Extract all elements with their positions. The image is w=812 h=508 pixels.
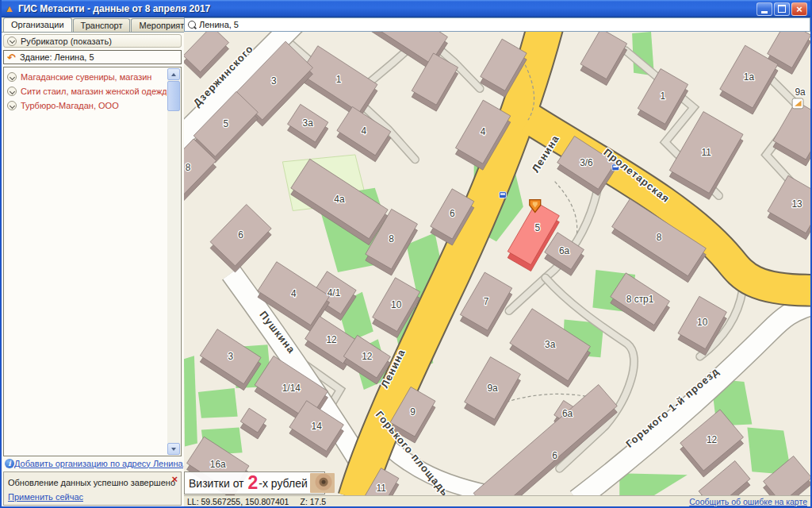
- building-number-label: 3a: [303, 117, 314, 129]
- chevron-down-icon: [7, 37, 17, 46]
- building-number-label: 13: [791, 198, 802, 210]
- map-green-area: [198, 388, 238, 418]
- chevron-down-icon: [7, 72, 17, 82]
- scrollbar[interactable]: [167, 68, 180, 455]
- building-number-label: 16a: [210, 459, 226, 470]
- building-number-label: 3/6: [580, 157, 593, 168]
- chevron-down-icon: [7, 101, 17, 110]
- building-number-label: 4: [481, 126, 486, 137]
- building-label: Здание: Ленина, 5: [20, 52, 94, 62]
- org-list-item[interactable]: Магаданские сувениры, магазин: [7, 70, 167, 84]
- ad-photo: [310, 473, 335, 493]
- building-number-label: 1a: [744, 71, 755, 83]
- building-number-label: 9a: [487, 383, 498, 394]
- close-button[interactable]: ×: [791, 2, 807, 16]
- info-icon: i: [5, 459, 14, 468]
- ad-text-suffix: -х рублей: [259, 477, 308, 490]
- building-number-label: 3a: [545, 339, 556, 350]
- building-number-label: 6: [552, 450, 557, 461]
- notification-message: Обновление данных успешно завершено: [8, 478, 175, 487]
- building-number-label: 1: [336, 74, 342, 85]
- ad-banner[interactable]: Визитки от 2 -х рублей: [184, 471, 325, 495]
- building-number-label: 5: [534, 222, 540, 233]
- building-number-label: 6: [238, 229, 243, 241]
- building-number-label: 12: [326, 334, 337, 345]
- org-name: Сити стаил, магазин женской одежды: [21, 87, 167, 96]
- building-number-label: 8: [657, 232, 662, 243]
- building-number-label: 12: [362, 351, 373, 362]
- building-number-label: 9: [410, 406, 416, 418]
- org-name: Магаданские сувениры, магазин: [21, 72, 151, 82]
- org-name: Турбюро-Магадан, ООО: [21, 101, 119, 110]
- scroll-down-arrow[interactable]: [167, 443, 180, 455]
- notification-close-icon[interactable]: ×: [171, 473, 178, 486]
- map[interactable]: 21a1313a544113/684a13656886a4/148 стр171…: [184, 32, 810, 495]
- org-list-item[interactable]: Сити стаил, магазин женской одежды: [7, 84, 167, 98]
- app-window: ▲ ГИС Метасити - данные от 8 апреля 2017…: [0, 0, 812, 508]
- ad-text-prefix: Визитки от: [189, 477, 247, 490]
- scroll-thumb[interactable]: [167, 81, 180, 111]
- search-input[interactable]: [199, 20, 806, 29]
- building-number-label: 14: [312, 421, 323, 432]
- building-number-label: 10: [697, 317, 708, 328]
- building-number-label: 1/14: [282, 383, 301, 394]
- org-list-item[interactable]: Турбюро-Магадан, ООО: [7, 98, 167, 113]
- report-error-link[interactable]: Сообщить об ошибке на карте: [689, 497, 807, 506]
- update-notification: Обновление данных успешно завершено × Пр…: [3, 471, 182, 506]
- title-bar: ▲ ГИС Метасити - данные от 8 апреля 2017…: [2, 0, 810, 17]
- rubricator-toggle[interactable]: Рубрикатор (показать): [3, 34, 182, 48]
- building-number-label: 6: [450, 208, 455, 219]
- building-number-label: 4: [291, 288, 297, 299]
- building-number-label: 4: [362, 125, 367, 137]
- window-title: ГИС Метасити - данные от 8 апреля 2017: [18, 3, 756, 14]
- tab-bar: Организации Транспорт Мероприятия: [2, 17, 184, 32]
- restore-button[interactable]: [774, 2, 790, 16]
- building-number-label: 7: [484, 296, 489, 307]
- map-canvas[interactable]: 21a1313a544113/684a13656886a4/148 стр171…: [184, 32, 810, 495]
- chevron-down-icon: [7, 87, 17, 96]
- rubricator-label: Рубрикатор (показать): [21, 37, 112, 46]
- add-organization-link[interactable]: Добавить организацию по адресу Ленина, 5: [14, 459, 193, 468]
- building-number-label: 1: [661, 90, 666, 102]
- search-icon: [188, 21, 196, 29]
- status-bar: LL: 59.567255, 150.807401 Z: 17.5 Сообщи…: [184, 495, 810, 506]
- building-number-label: 9a: [795, 87, 806, 98]
- coordinates-readout: LL: 59.567255, 150.807401: [187, 497, 289, 506]
- sidebar: Организации Транспорт Мероприятия Рубрик…: [2, 17, 184, 506]
- tab-organizations[interactable]: Организации: [3, 17, 72, 32]
- apply-now-link[interactable]: Применить сейчас: [8, 492, 83, 502]
- building-number-label: 4a: [334, 194, 345, 205]
- building-number-label: 3: [271, 75, 277, 87]
- scroll-up-arrow[interactable]: [167, 68, 180, 80]
- building-number-label: 6a: [559, 245, 570, 256]
- building-number-label: 11: [377, 483, 387, 494]
- building-number-label: 8 стр1: [626, 294, 654, 305]
- building-number-label: 12: [707, 434, 718, 445]
- minimize-button[interactable]: [756, 2, 772, 16]
- building-header[interactable]: ↶ Здание: Ленина, 5: [3, 50, 182, 64]
- building-number-label: 11: [701, 147, 711, 158]
- back-arrow-icon[interactable]: ↶: [7, 52, 16, 63]
- tab-transport[interactable]: Транспорт: [73, 18, 131, 32]
- building-number-label: 3: [228, 351, 233, 362]
- building-number-label: 10: [391, 299, 402, 310]
- building-number-label: 4/1: [327, 287, 341, 298]
- poi-icon[interactable]: [792, 98, 803, 109]
- building-number-label: 5: [223, 118, 228, 129]
- building-number-label: 8: [389, 233, 394, 244]
- building-number-label: 6a: [562, 408, 573, 419]
- app-logo-icon: ▲: [5, 4, 14, 13]
- building-number-label: 8: [186, 162, 191, 173]
- search-bar: [184, 17, 810, 32]
- add-organization-row: i Добавить организацию по адресу Ленина,…: [3, 456, 182, 470]
- ad-text-number: 2: [247, 474, 258, 492]
- zoom-level: Z: 17.5: [300, 497, 326, 506]
- organization-list: Магаданские сувениры, магазин Сити стаил…: [3, 67, 182, 456]
- bus-stop-icon[interactable]: [499, 192, 506, 198]
